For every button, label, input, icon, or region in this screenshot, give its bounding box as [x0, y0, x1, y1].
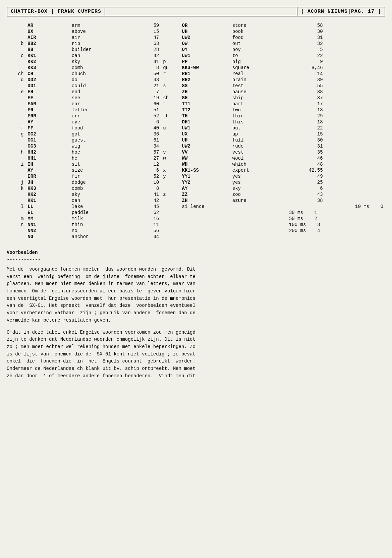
table-row: NG anchor 44	[7, 234, 385, 240]
gap-col	[161, 143, 180, 149]
num2-col: 15	[287, 131, 325, 137]
gap-col	[161, 131, 180, 137]
num-col: 6	[133, 119, 161, 125]
num2-col: 30	[287, 29, 325, 35]
key-col	[7, 65, 25, 71]
word2-col: boy	[230, 47, 287, 53]
code-col: ER	[25, 107, 69, 113]
num-col: 21	[133, 83, 161, 89]
code-col: NN2	[25, 228, 69, 234]
word2-col: yes	[230, 179, 287, 185]
key-col: ch	[7, 71, 25, 77]
word-col: above	[70, 29, 133, 35]
code-col: GG3	[25, 143, 69, 149]
word-col: fir	[70, 173, 133, 179]
key-col	[7, 143, 25, 149]
gap-col	[161, 53, 180, 59]
code2-col: ZH	[180, 89, 230, 95]
table-row: EAR ear 60 t TT1 part 17	[7, 101, 385, 107]
table-row: NN2 no 56 200 ms 4	[7, 228, 385, 234]
gap-col	[161, 41, 180, 47]
silence-ms: 100 ms 3	[287, 222, 385, 228]
code-col: AY	[25, 119, 69, 125]
num-col: 28	[133, 47, 161, 53]
table-row: f FF food 40 u UW1 put 22	[7, 125, 385, 131]
code-col: HH1	[25, 155, 69, 161]
key-col: i	[7, 161, 25, 167]
table-row: i IH sit 12 WH which 48	[7, 161, 385, 167]
word2-col	[230, 228, 287, 234]
num-col: 16	[133, 216, 161, 222]
num-col: 41	[133, 59, 161, 65]
gap-col	[161, 107, 180, 113]
code-col: EH	[25, 89, 69, 95]
word2-col	[230, 216, 287, 222]
word2-col	[230, 222, 287, 228]
table-row: h HH2 hoe 57 v VV vest 35	[7, 149, 385, 155]
num-col: 42	[133, 198, 161, 204]
key-col	[7, 155, 25, 161]
code2-col	[180, 210, 230, 216]
num-col: 60	[133, 101, 161, 107]
table-row: AR arm 59 OR store 58	[7, 22, 385, 29]
word-col: end	[70, 89, 133, 95]
num-col: 61	[133, 137, 161, 143]
silence-ms: 200 ms 4	[287, 228, 385, 234]
word2-col	[230, 210, 287, 216]
word-col: could	[70, 83, 133, 89]
code-col: DD2	[25, 77, 69, 83]
word2-col: azure	[230, 198, 287, 204]
table-row: UX above 15 UH book 30	[7, 29, 385, 35]
word-col: rib	[70, 41, 133, 47]
code2-col: UX	[180, 131, 230, 137]
paragraph-1: Met de voorgaande fonemen moeten dus woo…	[7, 266, 385, 324]
key-col	[7, 22, 25, 29]
num-col: 10	[133, 179, 161, 185]
key-col	[7, 101, 25, 107]
word-col: do	[70, 77, 133, 83]
code-col: KK1	[25, 53, 69, 59]
table-row: AY size 6 x KK1-SS expert 42,55	[7, 167, 385, 173]
word2-col: ship	[230, 95, 287, 101]
num2-col: 48	[287, 161, 325, 167]
word2-col: pause	[230, 89, 287, 95]
code-col: EL	[25, 210, 69, 216]
code2-col: UW2	[180, 35, 230, 41]
num-col: 47	[133, 35, 161, 41]
gap-col: qu	[161, 65, 180, 71]
code2-col: YY2	[180, 179, 230, 185]
word2-col: store	[230, 22, 287, 29]
gap-col	[161, 179, 180, 185]
key-col	[7, 29, 25, 35]
key-col	[7, 228, 25, 234]
code-col: EE	[25, 95, 69, 101]
code-col: DD1	[25, 83, 69, 89]
gap-col	[161, 47, 180, 53]
key-col: b	[7, 41, 25, 47]
code2-col: UH	[180, 137, 230, 143]
word2-col: which	[230, 161, 287, 167]
gap-col	[161, 234, 180, 240]
table-row: EE see 19 sh SH ship 37	[7, 95, 385, 101]
code2-col: RR1	[180, 71, 230, 77]
key-col	[7, 191, 25, 198]
num-col: 8	[133, 65, 161, 71]
num-col: 50	[133, 71, 161, 77]
code-col: KK1	[25, 198, 69, 204]
word-col: can	[70, 53, 133, 59]
num-col: 42	[133, 53, 161, 59]
gap-col: s	[161, 83, 180, 89]
word-col: eye	[70, 119, 133, 125]
header-left: CHATTER-BOX | FRANK CUYPERS	[7, 7, 105, 16]
table-row: DD1 could 21 s SS test 55	[7, 83, 385, 89]
num2-col: 6	[287, 185, 325, 191]
code-col: AIR	[25, 35, 69, 41]
key-col: h	[7, 149, 25, 155]
key-col	[7, 234, 25, 240]
gap-col	[161, 204, 180, 210]
word-col: size	[70, 167, 133, 173]
code2-col: OW	[180, 41, 230, 47]
key-col	[7, 47, 25, 53]
word2-col: brain	[230, 77, 287, 83]
table-row: EL paddle 62 30 ms 1	[7, 210, 385, 216]
